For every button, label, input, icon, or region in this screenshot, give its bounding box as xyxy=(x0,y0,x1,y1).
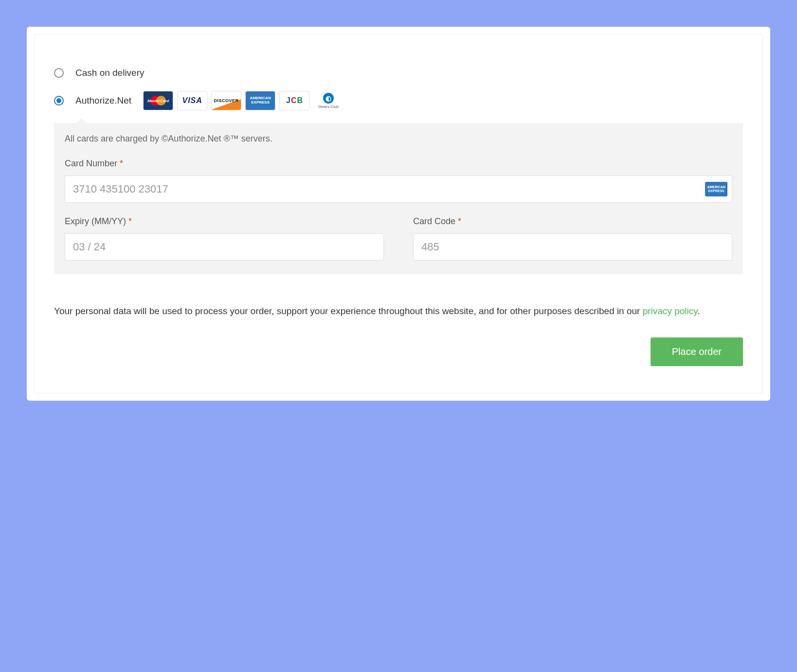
amex-icon: AMERICAN EXPRESS xyxy=(245,91,275,110)
card-logos: MasterCard VISA DISCOVER AMERICAN EXPRES… xyxy=(143,91,344,110)
privacy-policy-link[interactable]: privacy policy xyxy=(643,306,698,316)
payment-info-text: All cards are charged by ©Authorize.Net … xyxy=(65,134,732,144)
mastercard-icon: MasterCard xyxy=(143,91,173,110)
payment-methods: Cash on delivery Authorize.Net MasterCar… xyxy=(54,64,743,119)
expiry-code-row: Expiry (MM/YY) * Card Code * xyxy=(65,216,732,261)
payment-label-authnet: Authorize.Net xyxy=(75,95,131,106)
checkout-inner: Cash on delivery Authorize.Net MasterCar… xyxy=(34,34,763,393)
card-number-input[interactable] xyxy=(65,176,732,203)
privacy-disclaimer: Your personal data will be used to proce… xyxy=(54,303,743,319)
payment-option-authnet[interactable]: Authorize.Net MasterCard VISA DISCOVER A… xyxy=(54,87,743,119)
detected-card-brand-icon: AMERICAN EXPRESS xyxy=(705,182,727,196)
diners-icon: ◐Diners Club xyxy=(313,91,344,110)
card-number-input-wrap: AMERICAN EXPRESS xyxy=(65,176,732,203)
expiry-label: Expiry (MM/YY) * xyxy=(65,216,384,227)
jcb-icon: JCB xyxy=(279,91,309,110)
visa-icon: VISA xyxy=(177,91,207,110)
payment-details-panel: All cards are charged by ©Authorize.Net … xyxy=(54,123,743,274)
required-icon: * xyxy=(458,216,461,226)
expiry-input[interactable] xyxy=(65,233,384,261)
place-order-button[interactable]: Place order xyxy=(651,337,743,366)
card-code-group: Card Code * xyxy=(413,216,732,261)
checkout-card: Cash on delivery Authorize.Net MasterCar… xyxy=(27,27,770,401)
required-icon: * xyxy=(128,216,132,226)
card-number-label: Card Number * xyxy=(65,159,732,169)
card-number-group: Card Number * AMERICAN EXPRESS xyxy=(65,159,732,203)
payment-label-cod: Cash on delivery xyxy=(75,68,145,78)
card-code-label: Card Code * xyxy=(413,216,732,227)
radio-authnet[interactable] xyxy=(54,96,64,106)
disclaimer-text: Your personal data will be used to proce… xyxy=(54,306,643,316)
disclaimer-tail: . xyxy=(697,306,700,316)
required-icon: * xyxy=(120,159,123,168)
expiry-group: Expiry (MM/YY) * xyxy=(65,216,384,261)
card-code-input[interactable] xyxy=(413,233,732,261)
payment-option-cod[interactable]: Cash on delivery xyxy=(54,64,743,87)
actions-row: Place order xyxy=(54,337,743,366)
discover-icon: DISCOVER xyxy=(211,91,241,110)
radio-cod[interactable] xyxy=(54,68,64,78)
